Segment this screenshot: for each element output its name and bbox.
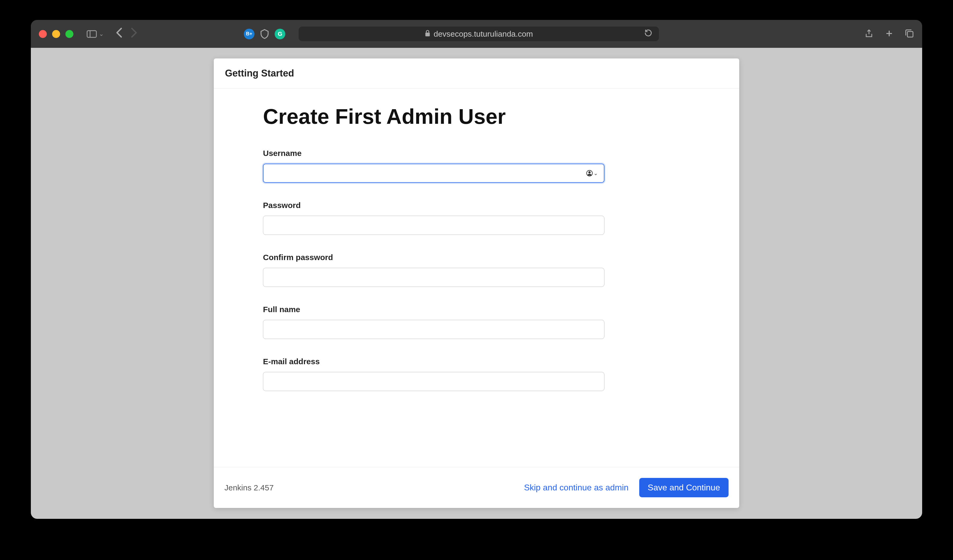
minimize-window-button[interactable] <box>52 30 60 38</box>
dialog-footer: Jenkins 2.457 Skip and continue as admin… <box>214 467 739 508</box>
address-bar[interactable]: devsecops.tuturulianda.com <box>299 26 659 41</box>
close-window-button[interactable] <box>39 30 47 38</box>
dialog-header-title: Getting Started <box>225 68 728 79</box>
window-controls <box>39 30 73 38</box>
dialog-body: Create First Admin User Username ⌄ <box>214 88 739 467</box>
svg-rect-2 <box>425 32 430 36</box>
username-input[interactable] <box>263 164 604 183</box>
dialog-header: Getting Started <box>214 59 739 88</box>
new-tab-icon[interactable] <box>885 29 894 39</box>
svg-rect-0 <box>87 31 96 37</box>
extension-shield-icon[interactable] <box>259 29 270 39</box>
maximize-window-button[interactable] <box>65 30 73 38</box>
confirm-password-group: Confirm password <box>263 253 690 287</box>
forward-button[interactable] <box>130 27 138 40</box>
confirm-password-input[interactable] <box>263 268 604 287</box>
version-text: Jenkins 2.457 <box>224 483 274 492</box>
email-label: E-mail address <box>263 357 690 366</box>
full-name-input[interactable] <box>263 320 604 339</box>
autofill-contact-icon[interactable]: ⌄ <box>586 170 598 177</box>
browser-window: ⌄ B+ G devsecops.tuturuli <box>31 20 922 519</box>
email-group: E-mail address <box>263 357 690 391</box>
full-name-label: Full name <box>263 305 690 314</box>
password-input[interactable] <box>263 216 604 235</box>
page-content: Getting Started Create First Admin User … <box>31 48 922 519</box>
url-text: devsecops.tuturulianda.com <box>434 29 533 39</box>
save-continue-button[interactable]: Save and Continue <box>639 478 729 497</box>
sidebar-toggle-button[interactable]: ⌄ <box>87 30 104 38</box>
svg-rect-5 <box>908 31 913 37</box>
lock-icon <box>425 30 430 38</box>
password-group: Password <box>263 201 690 235</box>
svg-point-7 <box>589 172 591 173</box>
full-name-group: Full name <box>263 305 690 339</box>
password-label: Password <box>263 201 690 210</box>
page-title: Create First Admin User <box>263 104 690 129</box>
back-button[interactable] <box>116 27 123 40</box>
browser-toolbar: ⌄ B+ G devsecops.tuturuli <box>31 20 922 48</box>
extension-grammarly-icon[interactable]: G <box>275 29 285 39</box>
extension-bplus-icon[interactable]: B+ <box>244 29 255 39</box>
confirm-password-label: Confirm password <box>263 253 690 262</box>
setup-dialog: Getting Started Create First Admin User … <box>214 59 739 508</box>
email-input[interactable] <box>263 372 604 391</box>
skip-button[interactable]: Skip and continue as admin <box>524 483 629 492</box>
username-group: Username ⌄ <box>263 149 690 183</box>
username-label: Username <box>263 149 690 158</box>
reload-button[interactable] <box>644 29 652 39</box>
share-icon[interactable] <box>864 29 874 39</box>
tabs-icon[interactable] <box>905 29 914 39</box>
